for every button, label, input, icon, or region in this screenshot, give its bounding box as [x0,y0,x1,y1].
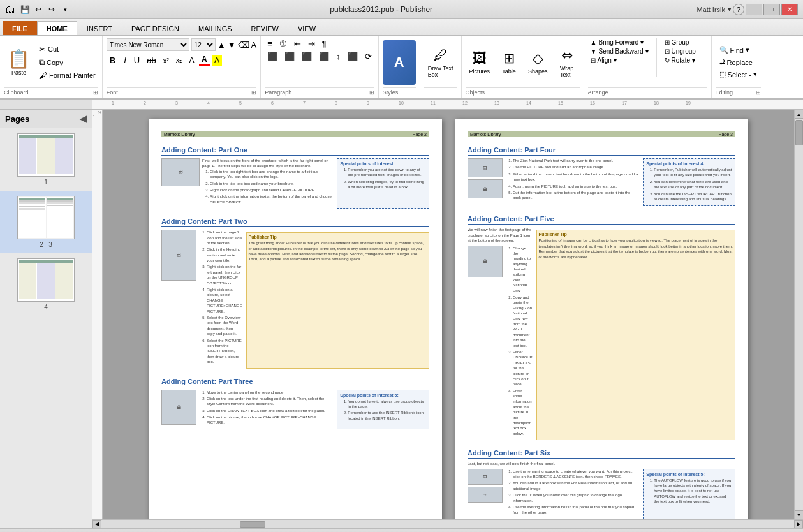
bold-button[interactable]: B [107,54,119,66]
tab-home[interactable]: HOME [37,21,77,35]
ungroup-button[interactable]: ⊡ Ungroup [662,47,698,55]
tab-page-design[interactable]: PAGE DESIGN [122,21,189,35]
underline-button[interactable]: U [131,55,142,66]
scroll-down-button[interactable]: ▼ [795,510,804,519]
increase-indent-button[interactable]: ⇥ [306,38,318,49]
increase-font-button[interactable]: ▲ [217,40,226,50]
subscript-button[interactable]: x₂ [173,55,185,65]
scroll-right-button[interactable]: ▶ [794,520,803,529]
pages-panel-collapse-button[interactable]: ◀ [80,114,87,124]
find-dropdown[interactable]: ▾ [746,46,749,54]
page-thumb-4[interactable]: 4 [0,253,92,316]
align-button[interactable]: ⊟ Align ▾ [588,56,651,64]
qat-more-button[interactable]: ▾ [59,4,71,15]
line-spacing-button[interactable]: ↕ [334,51,343,62]
font-change-button[interactable]: A [186,55,197,66]
save-button[interactable]: 💾 [19,4,31,15]
font-size-select[interactable]: 12 [191,38,216,51]
bring-forward-button[interactable]: ▲ Bring Forward ▾ [588,38,651,47]
wrap-text-button[interactable]: ⇔ WrapText [554,45,580,80]
cut-button[interactable]: ✂ Cut [36,43,98,55]
maximize-button[interactable]: □ [763,4,780,15]
tab-mailings[interactable]: MAILINGS [189,21,242,35]
vertical-scrollbar[interactable]: ▲ ▼ [794,110,803,519]
editing-expand-icon[interactable]: ⊞ [756,89,761,96]
send-backward-dropdown[interactable]: ▾ [645,48,649,55]
section-part-five: Adding Content: Part Five We will now fi… [468,215,735,440]
page-4-label: 4 [44,304,48,311]
clear-format-button[interactable]: ⌫ [238,40,249,50]
tab-insert[interactable]: INSERT [77,21,122,35]
shapes-button[interactable]: ◇ Shapes [524,48,552,77]
scroll-up-button[interactable]: ▲ [795,110,804,119]
part-one-side-title: Special points of interest: [340,161,426,166]
pages-panel: Pages ◀ 1 [0,110,92,528]
font-expand-icon[interactable]: ⊞ [251,89,256,96]
align-dropdown[interactable]: ▾ [614,57,617,64]
page-thumb-1[interactable]: 1 [0,128,92,191]
rotate-dropdown[interactable]: ▾ [692,57,695,64]
text-effects-button[interactable]: A [251,40,257,50]
align-right-button[interactable]: ⬛ [299,51,314,62]
scroll-left-button[interactable]: ◀ [92,520,101,529]
numbering-button[interactable]: ① [277,38,290,49]
part-four-image-1: 🖼 [468,158,503,177]
justify-button[interactable]: ⬛ [316,51,332,62]
part-six-bullets: Use the remaining space to create whatev… [505,469,639,517]
part-one-main: 🖼 First, we'll focus on the front of the… [161,158,333,209]
pages-panel-header: Pages ◀ [0,110,92,128]
horizontal-scrollbar[interactable]: ◀ ▶ [92,519,803,528]
canvas-area[interactable]: Marriots Library Page 2 Adding Content: … [103,110,794,519]
tab-view[interactable]: VIEW [288,21,325,35]
scroll-v-thumb[interactable] [795,120,803,145]
page-thumb-2-3[interactable]: 2 3 [0,191,92,253]
select-button[interactable]: ⬚ Select - ▾ [716,69,761,80]
document-page-2: Marriots Library Page 2 Adding Content: … [149,119,442,519]
bullets-button[interactable]: ≡ [265,38,275,49]
close-button[interactable]: ✕ [781,4,798,15]
paragraph-marks-button[interactable]: ¶ [320,38,329,49]
part-four-heading: Adding Content: Part Four [468,146,735,156]
styles-button[interactable]: A [383,40,416,85]
undo-button[interactable]: ↩ [33,4,44,15]
align-left-button[interactable]: ⬛ [265,51,280,62]
format-painter-button[interactable]: 🖌 Format Painter [36,70,98,82]
table-button[interactable]: ⊞ Table [496,48,522,77]
font-family-select[interactable]: Times New Roman [107,38,189,51]
superscript-button[interactable]: x² [161,56,172,65]
send-backward-button[interactable]: ▼ Send Backward ▾ [588,47,651,55]
group-button[interactable]: ⊞ Group [662,38,698,47]
italic-button[interactable]: I [121,54,129,66]
clipboard-expand-icon[interactable]: ⊞ [93,89,98,96]
decrease-indent-button[interactable]: ⇤ [291,38,304,49]
minimize-button[interactable]: — [746,4,762,15]
text-direction-button[interactable]: ⟳ [362,51,374,62]
page-2-3-label: 2 3 [40,241,52,248]
bring-forward-dropdown[interactable]: ▾ [640,39,644,46]
tab-file[interactable]: FILE [3,21,37,35]
columns-button[interactable]: ⬛ [345,51,360,62]
pictures-icon: 🖼 [473,50,487,67]
align-center-button[interactable]: ⬛ [282,51,297,62]
scroll-h-thumb[interactable] [240,521,265,528]
svg-rect-0 [92,100,803,109]
help-button[interactable]: ? [733,4,744,15]
select-dropdown[interactable]: ▾ [753,70,757,78]
text-highlight-button[interactable]: A [212,55,223,66]
rotate-button[interactable]: ↻ Rotate ▾ [662,56,698,64]
font-color-button[interactable]: A [199,54,210,66]
paragraph-expand-icon[interactable]: ⊞ [369,89,374,96]
redo-button[interactable]: ↪ [46,4,57,15]
draw-text-box-button[interactable]: 🖊 Draw TextBox [424,45,457,80]
pictures-button[interactable]: 🖼 Pictures [466,48,494,77]
canvas-container: 1 2 3 4 5 6 7 8 9 10 11 [92,110,803,528]
list-buttons: ≡ ① ⇤ ⇥ ¶ [265,38,329,49]
tab-review[interactable]: REVIEW [242,21,288,35]
decrease-font-button[interactable]: ▼ [228,40,236,50]
strikethrough-button[interactable]: ab [144,55,158,66]
paste-button[interactable]: 📋 Paste [4,47,34,77]
copy-button[interactable]: ⧉ Copy [36,56,98,69]
user-dropdown-icon[interactable]: ▾ [728,5,732,13]
replace-button[interactable]: ⇄ Replace [716,57,761,68]
find-button[interactable]: 🔍 Find ▾ [716,45,761,55]
